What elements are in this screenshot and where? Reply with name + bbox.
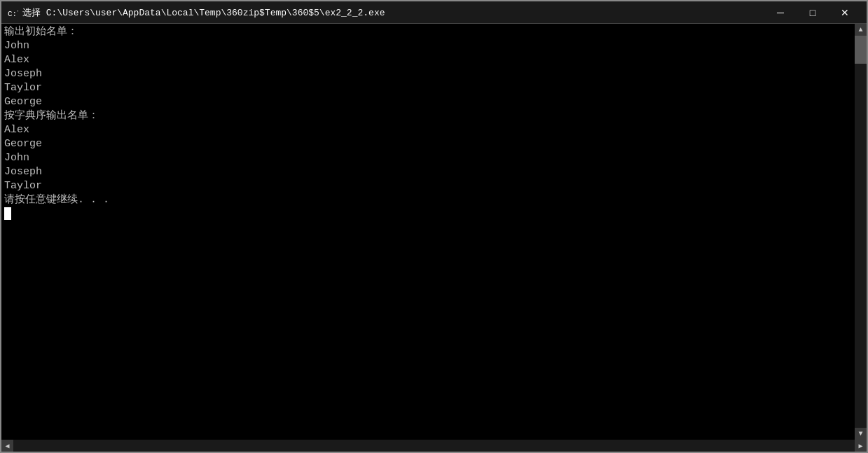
- console-line: Alex: [4, 53, 852, 67]
- title-bar: C:\ 选择 C:\Users\user\AppData\Local\Temp\…: [1, 1, 867, 24]
- console-line: George: [4, 137, 852, 151]
- vertical-scrollbar[interactable]: ▲ ▼: [855, 24, 867, 440]
- console-line: 请按任意键继续. . .: [4, 193, 852, 207]
- close-button[interactable]: ✕: [829, 1, 861, 24]
- scroll-right-button[interactable]: ▶: [855, 440, 867, 452]
- console-line: John: [4, 39, 852, 53]
- console-output[interactable]: 输出初始名单：JohnAlexJosephTaylorGeorge按字典序输出名…: [1, 24, 855, 440]
- console-line: [4, 207, 852, 221]
- scroll-up-button[interactable]: ▲: [855, 24, 867, 36]
- bottom-area: ◀ ▶: [1, 440, 867, 452]
- scroll-left-button[interactable]: ◀: [1, 440, 13, 452]
- scroll-track: [855, 36, 867, 428]
- svg-text:C:\: C:\: [8, 10, 18, 18]
- maximize-button[interactable]: □: [797, 1, 829, 24]
- console-line: George: [4, 95, 852, 109]
- console-line: 按字典序输出名单：: [4, 109, 852, 123]
- bottom-row: ◀ ▶: [1, 440, 867, 452]
- cmd-icon: C:\: [7, 7, 18, 18]
- console-line: Taylor: [4, 179, 852, 193]
- window-title: 选择 C:\Users\user\AppData\Local\Temp\360z…: [22, 6, 764, 19]
- console-line: John: [4, 151, 852, 165]
- console-line: Joseph: [4, 165, 852, 179]
- console-wrapper: 输出初始名单：JohnAlexJosephTaylorGeorge按字典序输出名…: [1, 24, 867, 440]
- horizontal-scrollbar[interactable]: ◀ ▶: [1, 440, 867, 452]
- scroll-thumb[interactable]: [855, 36, 867, 64]
- cmd-window: C:\ 选择 C:\Users\user\AppData\Local\Temp\…: [0, 0, 868, 453]
- scroll-down-button[interactable]: ▼: [855, 428, 867, 440]
- cursor: [4, 207, 11, 220]
- h-scroll-track: [13, 440, 855, 452]
- console-line: Alex: [4, 123, 852, 137]
- console-line: Joseph: [4, 67, 852, 81]
- console-line: Taylor: [4, 81, 852, 95]
- window-controls: ─ □ ✕: [764, 1, 861, 24]
- minimize-button[interactable]: ─: [764, 1, 797, 24]
- console-line: 输出初始名单：: [4, 25, 852, 39]
